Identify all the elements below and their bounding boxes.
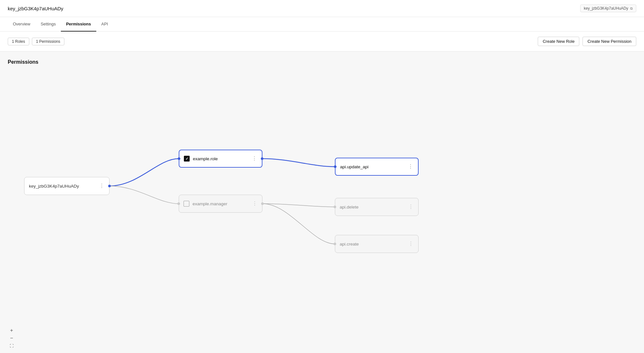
main-content: Permissions key_jzbG3K4p7aUHuADy ⋮ examp… — [0, 51, 644, 353]
api-update-left-dot — [334, 165, 336, 168]
example-manager-right-dot — [261, 202, 264, 205]
key-node-menu[interactable]: ⋮ — [99, 183, 105, 189]
example-role-menu[interactable]: ⋮ — [252, 156, 257, 161]
example-manager-left-dot — [177, 202, 180, 205]
api-update-node[interactable]: api.update_api ⋮ — [335, 158, 419, 176]
api-delete-label: api.delete — [340, 205, 405, 209]
tab-overview[interactable]: Overview — [8, 17, 35, 32]
api-update-label: api.update_api — [340, 164, 405, 169]
example-manager-node[interactable]: example.manager ⋮ — [179, 195, 262, 213]
key-node[interactable]: key_jzbG3K4p7aUHuADy ⋮ — [24, 177, 109, 195]
example-role-label: example.role — [193, 156, 249, 161]
api-delete-menu[interactable]: ⋮ — [408, 204, 414, 209]
key-node-right-dot — [108, 185, 111, 187]
api-create-node[interactable]: api.create ⋮ — [335, 235, 419, 253]
example-role-checkbox[interactable] — [184, 156, 190, 162]
toolbar-right: Create New Role Create New Permission — [538, 37, 636, 46]
api-create-label: api.create — [340, 242, 405, 246]
api-delete-node[interactable]: api.delete ⋮ — [335, 198, 419, 216]
fullscreen-button[interactable]: ⛶ — [8, 343, 15, 349]
tab-settings[interactable]: Settings — [35, 17, 61, 32]
toolbar: 1 Roles 1 Permissions Create New Role Cr… — [0, 32, 644, 51]
api-delete-left-dot — [334, 206, 336, 208]
example-role-left-dot — [178, 157, 180, 160]
example-manager-label: example.manager — [193, 201, 249, 206]
example-manager-checkbox[interactable] — [184, 201, 189, 207]
permissions-badge-button[interactable]: 1 Permissions — [32, 38, 64, 45]
connections-svg — [0, 51, 644, 353]
diagram-canvas[interactable]: key_jzbG3K4p7aUHuADy ⋮ example.role ⋮ ex… — [0, 51, 644, 353]
roles-badge-button[interactable]: 1 Roles — [8, 38, 29, 45]
toolbar-left: 1 Roles 1 Permissions — [8, 38, 64, 45]
create-new-permission-button[interactable]: Create New Permission — [582, 37, 636, 46]
key-badge: key_jzbG3K4p7aUHuADy ⧉ — [580, 5, 636, 12]
zoom-out-button[interactable]: − — [8, 335, 15, 341]
api-update-menu[interactable]: ⋮ — [408, 164, 413, 169]
tab-permissions[interactable]: Permissions — [61, 17, 96, 32]
tab-api[interactable]: API — [96, 17, 113, 32]
zoom-controls: + − ⛶ — [8, 327, 15, 349]
key-node-label: key_jzbG3K4p7aUHuADy — [29, 184, 96, 189]
copy-icon[interactable]: ⧉ — [630, 6, 633, 11]
example-role-right-dot — [261, 157, 263, 160]
api-create-left-dot — [334, 243, 336, 245]
header: key_jzbG3K4p7aUHuADy key_jzbG3K4p7aUHuAD… — [0, 0, 644, 17]
example-role-node[interactable]: example.role ⋮ — [179, 150, 262, 168]
create-new-role-button[interactable]: Create New Role — [538, 37, 579, 46]
api-create-menu[interactable]: ⋮ — [408, 241, 414, 246]
page-title: key_jzbG3K4p7aUHuADy — [8, 6, 63, 11]
key-badge-text: key_jzbG3K4p7aUHuADy — [584, 6, 628, 11]
zoom-in-button[interactable]: + — [8, 327, 15, 334]
nav-tabs: Overview Settings Permissions API — [0, 17, 644, 32]
example-manager-menu[interactable]: ⋮ — [252, 201, 258, 206]
